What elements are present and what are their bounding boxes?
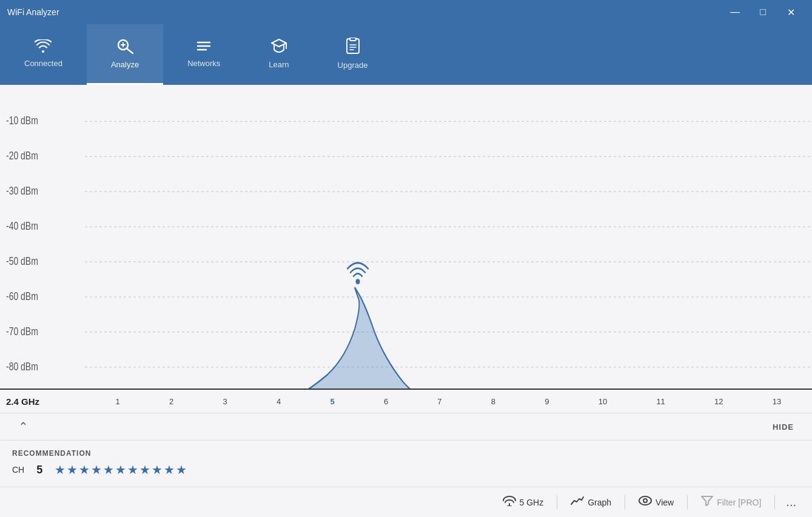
minimize-button[interactable]: — [721, 0, 749, 24]
x-label-13: 13 [773, 397, 781, 406]
tab-connected-label: Connected [24, 59, 62, 68]
bottom-toolbar: 5 GHz Graph View [0, 487, 812, 517]
upgrade-icon [345, 38, 361, 57]
toolbar-graph-button[interactable]: Graph [562, 492, 620, 512]
toolbar-5ghz-button[interactable]: 5 GHz [494, 492, 552, 513]
x-axis-labels: 1 2 3 4 5 6 7 8 9 10 11 12 13 [85, 397, 812, 406]
svg-point-31 [356, 279, 360, 284]
svg-text:-70 dBm: -70 dBm [6, 325, 38, 337]
close-button[interactable]: ✕ [777, 0, 805, 24]
toolbar-sep-2 [625, 495, 625, 510]
svg-text:-80 dBm: -80 dBm [6, 361, 38, 372]
svg-text:-40 dBm: -40 dBm [6, 221, 38, 232]
toolbar-sep-1 [557, 495, 557, 510]
title-bar-controls: — □ ✕ [721, 0, 805, 24]
svg-text:-30 dBm: -30 dBm [6, 185, 38, 197]
rec-stars: ★★★★★★★★★★★ [55, 462, 188, 477]
wifi-icon [35, 39, 52, 55]
recommendation-panel: RECOMMENDATION CH 5 ★★★★★★★★★★★ [0, 440, 812, 487]
5ghz-icon [503, 495, 516, 509]
svg-text:-20 dBm: -20 dBm [6, 150, 38, 162]
tab-analyze-label: Analyze [111, 60, 139, 69]
analyze-icon [116, 38, 133, 56]
x-label-8: 8 [491, 397, 495, 406]
tab-learn-label: Learn [269, 60, 289, 69]
svg-text:-50 dBm: -50 dBm [6, 255, 38, 267]
learn-icon [270, 38, 287, 56]
svg-text:-60 dBm: -60 dBm [6, 290, 38, 302]
toolbar-view-label: View [656, 498, 674, 507]
networks-icon [195, 39, 212, 55]
collapse-arrow-btn[interactable]: ⌃ [12, 418, 35, 435]
tab-upgrade-label: Upgrade [338, 61, 368, 70]
toolbar-5ghz-label: 5 GHz [520, 498, 544, 507]
x-label-4: 4 [277, 397, 281, 406]
svg-point-34 [639, 496, 651, 505]
tab-learn[interactable]: Learn [244, 24, 313, 85]
x-label-9: 9 [545, 397, 549, 406]
svg-line-1 [127, 48, 133, 53]
toolbar-filter-label: Filter [PRO] [717, 498, 761, 507]
tab-analyze[interactable]: Analyze [87, 24, 163, 85]
main-content: -10 dBm -20 dBm -30 dBm -40 dBm -50 dBm … [0, 85, 812, 517]
ch-value: 5 [36, 464, 42, 476]
freq-label: 2.4 GHz [0, 396, 85, 407]
svg-text:-10 dBm: -10 dBm [6, 115, 38, 127]
tab-upgrade[interactable]: Upgrade [314, 24, 392, 85]
collapse-bar: ⌃ HIDE [0, 413, 812, 440]
x-label-3: 3 [223, 397, 227, 406]
filter-icon [701, 495, 713, 509]
svg-point-35 [643, 499, 647, 502]
ch-label: CH [12, 465, 24, 475]
graph-icon [571, 496, 584, 509]
recommendation-title: RECOMMENDATION [12, 449, 800, 458]
maximize-button[interactable]: □ [749, 0, 777, 24]
toolbar-more-button[interactable]: ... [780, 492, 802, 513]
x-label-11: 11 [656, 397, 665, 406]
view-icon [639, 496, 652, 509]
toolbar-sep-3 [687, 495, 688, 510]
x-label-1: 1 [116, 397, 120, 406]
x-label-2: 2 [169, 397, 173, 406]
x-label-12: 12 [714, 397, 723, 406]
x-label-6: 6 [384, 397, 388, 406]
recommendation-row: CH 5 ★★★★★★★★★★★ [12, 462, 800, 477]
x-label-5: 5 [330, 397, 334, 406]
toolbar-view-button[interactable]: View [630, 492, 682, 512]
toolbar-filter-button[interactable]: Filter [PRO] [693, 492, 770, 513]
tab-networks-label: Networks [187, 59, 220, 68]
nav-bar: Connected Analyze Networks [0, 24, 812, 85]
x-label-10: 10 [599, 397, 607, 406]
chart-area: -10 dBm -20 dBm -30 dBm -40 dBm -50 dBm … [0, 85, 812, 413]
app-title: WiFi Analyzer [7, 7, 59, 17]
title-bar: WiFi Analyzer — □ ✕ [0, 0, 812, 24]
toolbar-graph-label: Graph [588, 498, 611, 507]
title-bar-left: WiFi Analyzer [7, 7, 59, 17]
svg-rect-9 [350, 38, 356, 41]
hide-button[interactable]: HIDE [767, 421, 800, 433]
toolbar-sep-4 [774, 495, 775, 510]
x-label-7: 7 [437, 397, 441, 406]
tab-networks[interactable]: Networks [163, 24, 244, 85]
collapse-arrow-icon: ⌃ [18, 420, 29, 433]
tab-connected[interactable]: Connected [0, 24, 87, 85]
